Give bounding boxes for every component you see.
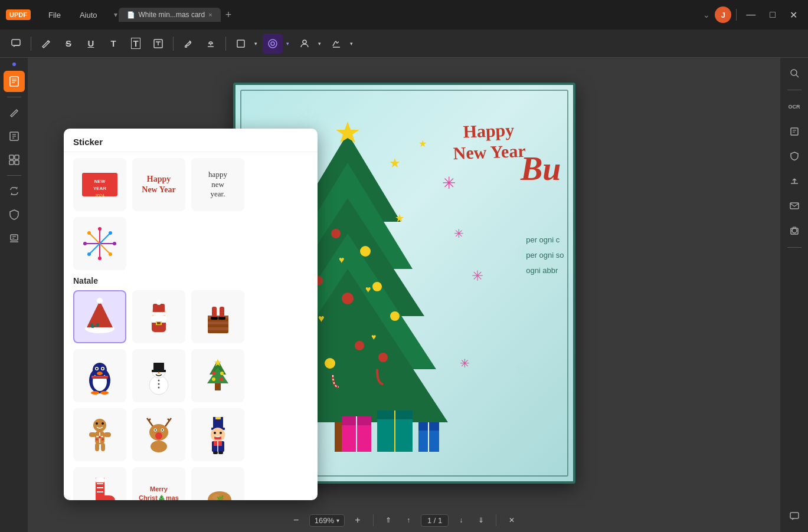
tab-close-btn[interactable]: × [208, 11, 212, 18]
sidebar-item-annotate[interactable] [4, 102, 25, 123]
pink-snowflake1: ✳ [442, 173, 456, 193]
sticker-hny1[interactable]: NEW YEAR 2024 [73, 158, 126, 211]
zoom-dropdown-arrow[interactable]: ▾ [336, 517, 339, 524]
sidebar-item-reader[interactable] [4, 71, 25, 92]
svg-text:2024: 2024 [95, 193, 104, 198]
sidebar-item-convert[interactable] [4, 180, 25, 202]
content-area: ❄ ❄ ❄ ❄ ❄ ❄ [28, 58, 780, 532]
hny-sticker-grid: NEW YEAR 2024 HappyNew Year happynewyear… [73, 158, 308, 270]
sticker-nat4[interactable] [73, 349, 126, 402]
svg-point-42 [342, 293, 354, 304]
svg-point-110 [97, 372, 103, 375]
svg-marker-126 [207, 367, 228, 383]
svg-rect-20 [15, 160, 19, 165]
sticker-nat5[interactable] [132, 349, 185, 402]
svg-rect-0 [12, 40, 20, 45]
secure-btn[interactable] [784, 146, 805, 167]
svg-point-78 [109, 231, 112, 235]
strikethrough-tool-btn[interactable]: S [58, 34, 78, 54]
minimize-btn[interactable]: — [741, 7, 760, 22]
underline-tool-btn[interactable]: U [81, 34, 101, 54]
first-page-btn[interactable]: ⇑ [381, 513, 396, 528]
zoom-level: 169% [315, 516, 334, 525]
sticker-nat10[interactable] [73, 467, 126, 500]
zoom-out-btn[interactable]: − [288, 512, 305, 528]
svg-point-123 [158, 383, 159, 385]
tab-overflow-btn[interactable]: ⌄ [703, 10, 710, 19]
tab-add-btn[interactable]: + [221, 9, 237, 21]
text-tool-btn[interactable]: T [103, 34, 123, 54]
svg-text:♥: ♥ [339, 255, 345, 265]
avatar[interactable]: J [715, 6, 731, 23]
shape-tool-btn[interactable] [231, 34, 251, 54]
signature-tool-btn[interactable] [326, 34, 346, 54]
svg-point-76 [87, 231, 91, 235]
stamp-tool-btn[interactable] [201, 34, 221, 54]
zoom-in-btn[interactable]: + [349, 512, 366, 528]
sticker-panel-body[interactable]: NEW YEAR 2024 HappyNew Year happynewyear… [64, 152, 318, 500]
sticker-nat3[interactable] [191, 290, 244, 343]
svg-point-46 [325, 358, 335, 369]
sticker-tool-btn[interactable] [263, 34, 283, 54]
svg-text:NEW: NEW [94, 179, 106, 184]
comment-tool-btn[interactable] [6, 34, 26, 54]
sticker-hny4[interactable] [73, 217, 126, 270]
star-decoration1: ★ [389, 156, 401, 171]
mail-btn[interactable] [784, 195, 805, 216]
svg-point-85 [93, 322, 96, 326]
svg-rect-182 [790, 513, 799, 518]
sticker-hny3[interactable]: happynewyear. [191, 158, 244, 211]
sticker-nat9[interactable] [191, 408, 244, 461]
sticker-dropdown-arrow[interactable]: ▾ [283, 34, 292, 54]
svg-point-73 [98, 257, 102, 260]
svg-point-43 [390, 311, 400, 321]
maximize-btn[interactable]: □ [765, 7, 780, 22]
left-sidebar [0, 58, 28, 532]
highlight-tool-btn[interactable] [178, 34, 198, 54]
sticker-nat6[interactable] [191, 349, 244, 402]
share-btn[interactable] [784, 170, 805, 192]
sticker-nat7[interactable] [73, 408, 126, 461]
sticker-nat8[interactable] [132, 408, 185, 461]
ocr-btn[interactable]: OCR [784, 96, 805, 117]
text2-tool-btn[interactable]: T [126, 34, 146, 54]
svg-point-114 [100, 391, 109, 395]
titlebar: UPDF File Aiuto ▾ 📄 White min...mas card… [0, 0, 808, 29]
svg-point-157 [214, 432, 216, 434]
svg-point-151 [155, 432, 162, 439]
sticker-nat12[interactable]: 🌿 [191, 467, 244, 500]
svg-text:♥: ♥ [371, 332, 376, 341]
search-right-btn[interactable] [784, 63, 805, 84]
last-page-btn[interactable]: ⇓ [473, 513, 489, 528]
close-nav-btn[interactable]: ✕ [503, 512, 520, 528]
active-tab[interactable]: 📄 White min...mas card × [119, 8, 221, 22]
sticker-nat1[interactable] [73, 290, 126, 343]
sticker-nat11[interactable]: MerryChrist🎄mas [132, 467, 185, 500]
prev-page-btn[interactable]: ↑ [401, 513, 416, 528]
svg-rect-163 [213, 451, 218, 454]
sticker-nat2[interactable] [132, 290, 185, 343]
person-dropdown-arrow[interactable]: ▾ [315, 34, 324, 54]
sidebar-item-protect[interactable] [4, 204, 25, 225]
sidebar-item-organize[interactable] [4, 149, 25, 170]
zoom-display[interactable]: 169% ▾ [309, 514, 345, 527]
pencil-tool-btn[interactable] [36, 34, 56, 54]
comment-sidebar-btn[interactable] [784, 506, 805, 527]
pink-snowflake2: ✳ [454, 226, 464, 241]
sticker-hny2[interactable]: HappyNew Year [132, 158, 185, 211]
shape-dropdown-arrow[interactable]: ▾ [251, 34, 260, 54]
scan-btn[interactable] [784, 121, 805, 142]
aiuto-menu[interactable]: Aiuto [73, 8, 104, 22]
textbox-tool-btn[interactable] [148, 34, 168, 54]
close-btn[interactable]: ✕ [785, 7, 802, 23]
snapshot-btn[interactable] [784, 220, 805, 241]
person-tool-btn[interactable] [295, 34, 315, 54]
svg-point-131 [220, 377, 223, 381]
sidebar-item-stamp[interactable] [4, 228, 25, 249]
next-page-btn[interactable]: ↓ [453, 513, 469, 528]
file-menu[interactable]: File [41, 8, 68, 22]
svg-point-6 [271, 42, 274, 45]
sidebar-item-edit[interactable] [4, 126, 25, 147]
svg-point-129 [220, 372, 224, 375]
signature-dropdown-arrow[interactable]: ▾ [346, 34, 356, 54]
